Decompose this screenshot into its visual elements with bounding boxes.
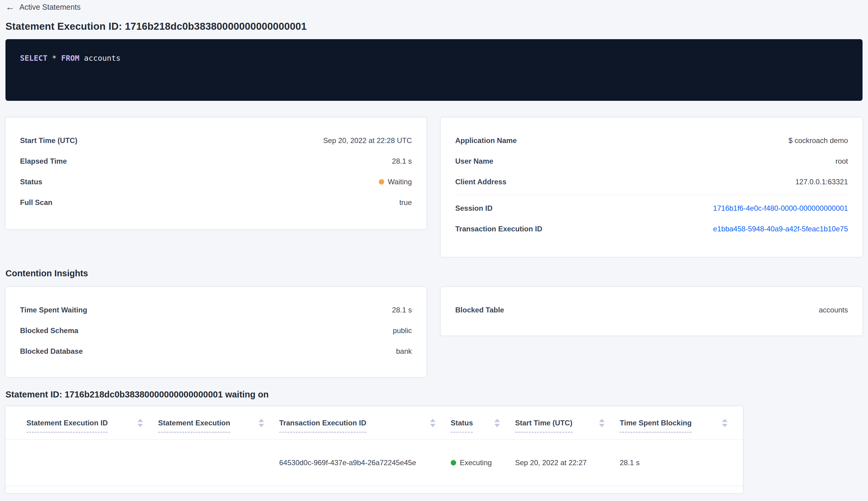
page-title: Statement Execution ID: 1716b218dc0b3838… bbox=[6, 21, 862, 32]
info-label: Session ID bbox=[455, 204, 492, 213]
table-row: 64530d0c-969f-437e-a9b4-26a72245e45e Exe… bbox=[6, 440, 743, 486]
session-info-card: Application Name $ cockroach demo User N… bbox=[441, 117, 862, 257]
back-arrow-icon: ← bbox=[6, 2, 14, 12]
column-header-label: Transaction Execution ID bbox=[279, 419, 366, 427]
sql-keyword: FROM bbox=[61, 54, 79, 63]
info-row-elapsed-time: Elapsed Time 28.1 s bbox=[20, 151, 412, 172]
column-header-label: Statement Execution ID bbox=[26, 419, 108, 427]
sql-text: * bbox=[47, 54, 61, 63]
back-link[interactable]: ← Active Statements bbox=[6, 2, 80, 12]
info-value: accounts bbox=[819, 306, 848, 314]
info-label: Start Time (UTC) bbox=[20, 136, 77, 145]
cell-start-time: Sep 20, 2022 at 22:27 bbox=[515, 458, 620, 467]
column-header-transaction-execution-id[interactable]: Transaction Execution ID bbox=[279, 419, 451, 427]
info-row-blocked-table: Blocked Table accounts bbox=[455, 300, 848, 320]
info-row-status: Status Waiting bbox=[20, 172, 412, 192]
waiting-on-heading: Statement ID: 1716b218dc0b38380000000000… bbox=[6, 390, 862, 399]
info-value: 28.1 s bbox=[392, 157, 412, 166]
sql-text: accounts bbox=[79, 54, 120, 63]
contention-insights-heading: Contention Insights bbox=[6, 268, 862, 278]
column-header-time-spent-blocking[interactable]: Time Spent Blocking bbox=[620, 419, 743, 427]
blocked-table-card: Blocked Table accounts bbox=[441, 287, 862, 335]
info-row-user-name: User Name root bbox=[455, 151, 848, 172]
info-value: public bbox=[393, 327, 412, 335]
info-label: Blocked Database bbox=[20, 347, 83, 355]
column-header-statement-execution[interactable]: Statement Execution bbox=[158, 419, 279, 427]
info-value: bank bbox=[396, 347, 412, 355]
status-text: Executing bbox=[460, 458, 492, 467]
info-label: Transaction Execution ID bbox=[455, 225, 542, 233]
status-value: Waiting bbox=[379, 178, 412, 186]
info-label: Elapsed Time bbox=[20, 157, 67, 166]
statement-details-page: ← Active Statements Statement Execution … bbox=[0, 0, 868, 493]
sql-statement-text: SELECT * FROM accounts bbox=[20, 53, 848, 63]
info-label: Application Name bbox=[455, 136, 517, 145]
sql-statement-box: SELECT * FROM accounts bbox=[6, 39, 862, 101]
table-header-row: Statement Execution ID Statement Executi… bbox=[6, 406, 743, 440]
sql-keyword: SELECT bbox=[20, 54, 47, 63]
info-value: 127.0.0.1:63321 bbox=[795, 178, 848, 186]
info-label: User Name bbox=[455, 157, 493, 166]
info-label: Status bbox=[20, 178, 42, 186]
column-header-status[interactable]: Status bbox=[451, 419, 515, 427]
sort-icon[interactable] bbox=[722, 419, 727, 427]
info-label: Time Spent Waiting bbox=[20, 306, 87, 314]
info-row-client-address: Client Address 127.0.0.1:63321 bbox=[455, 172, 848, 192]
back-link-label: Active Statements bbox=[19, 3, 80, 12]
cell-status: Executing bbox=[451, 458, 515, 467]
transaction-execution-id-link[interactable]: e1bba458-5948-40a9-a42f-5feac1b10e75 bbox=[713, 225, 848, 233]
column-header-start-time[interactable]: Start Time (UTC) bbox=[515, 419, 620, 427]
waiting-statements-table: Statement Execution ID Statement Executi… bbox=[6, 406, 743, 493]
contention-cards-row: Time Spent Waiting 28.1 s Blocked Schema… bbox=[6, 287, 862, 377]
status-executing-dot-icon bbox=[451, 460, 456, 466]
sort-icon[interactable] bbox=[495, 419, 500, 427]
info-value: root bbox=[836, 157, 848, 166]
session-id-link[interactable]: 1716b1f6-4e0c-f480-0000-000000000001 bbox=[713, 204, 848, 213]
statement-overview-card: Start Time (UTC) Sep 20, 2022 at 22:28 U… bbox=[6, 117, 426, 229]
info-value: true bbox=[399, 198, 412, 207]
sort-icon[interactable] bbox=[259, 419, 264, 427]
info-label: Blocked Schema bbox=[20, 327, 78, 335]
info-row-application-name: Application Name $ cockroach demo bbox=[455, 130, 848, 151]
sort-icon[interactable] bbox=[430, 419, 435, 427]
overview-cards-row: Start Time (UTC) Sep 20, 2022 at 22:28 U… bbox=[6, 117, 862, 257]
status-waiting-dot-icon bbox=[379, 179, 384, 185]
sort-icon[interactable] bbox=[599, 419, 605, 427]
column-header-label: Start Time (UTC) bbox=[515, 419, 572, 427]
contention-details-card: Time Spent Waiting 28.1 s Blocked Schema… bbox=[6, 287, 426, 377]
info-value: Sep 20, 2022 at 22:28 UTC bbox=[323, 136, 412, 145]
status-text: Waiting bbox=[388, 178, 412, 186]
column-header-label: Statement Execution bbox=[158, 419, 230, 427]
sort-icon[interactable] bbox=[138, 419, 143, 427]
info-value: $ cockroach demo bbox=[789, 136, 848, 145]
column-header-label: Time Spent Blocking bbox=[620, 419, 692, 427]
info-row-start-time: Start Time (UTC) Sep 20, 2022 at 22:28 U… bbox=[20, 130, 412, 151]
info-row-transaction-execution-id: Transaction Execution ID e1bba458-5948-4… bbox=[455, 218, 848, 239]
info-label: Blocked Table bbox=[455, 306, 504, 314]
info-row-time-spent-waiting: Time Spent Waiting 28.1 s bbox=[20, 300, 412, 320]
info-label: Full Scan bbox=[20, 198, 53, 207]
info-row-session-id: Session ID 1716b1f6-4e0c-f480-0000-00000… bbox=[455, 198, 848, 218]
info-row-full-scan: Full Scan true bbox=[20, 192, 412, 213]
cell-transaction-execution-id: 64530d0c-969f-437e-a9b4-26a72245e45e bbox=[279, 458, 451, 467]
info-label: Client Address bbox=[455, 178, 506, 186]
column-header-statement-execution-id[interactable]: Statement Execution ID bbox=[26, 419, 158, 427]
info-row-blocked-schema: Blocked Schema public bbox=[20, 320, 412, 341]
info-row-blocked-database: Blocked Database bank bbox=[20, 341, 412, 362]
info-value: 28.1 s bbox=[392, 306, 412, 314]
cell-time-spent-blocking: 28.1 s bbox=[620, 458, 743, 467]
column-header-label: Status bbox=[451, 419, 473, 427]
